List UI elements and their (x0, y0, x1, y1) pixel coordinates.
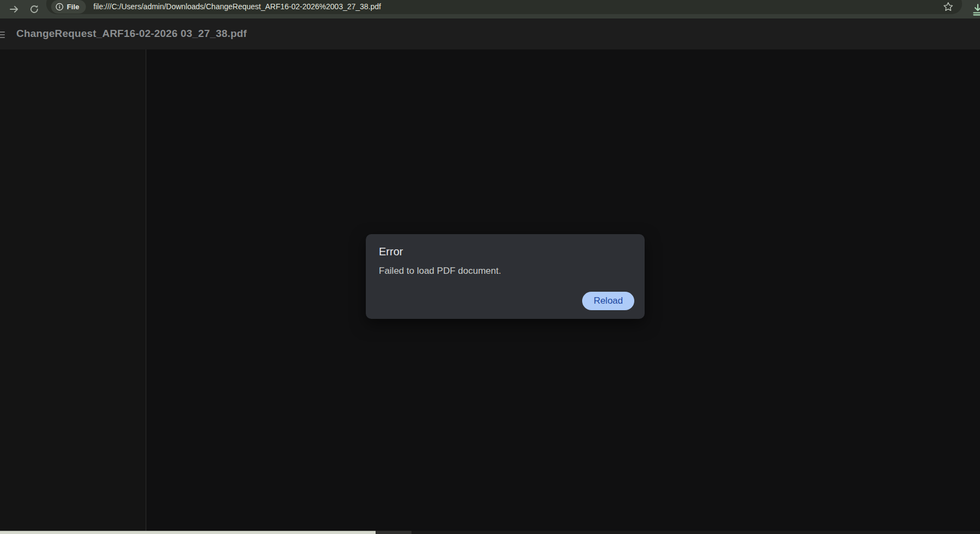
taskbar-edge-mid-segment (376, 531, 411, 534)
pdf-title: ChangeRequest_ARF16-02-2026 03_27_38.pdf (16, 28, 247, 40)
site-info-chip[interactable]: File (51, 0, 86, 14)
screen: File file:///C:/Users/admin/Downloads/Ch… (0, 0, 980, 534)
site-chip-label: File (67, 3, 79, 11)
error-dialog-message: Failed to load PDF document. (379, 265, 632, 278)
url-text[interactable]: file:///C:/Users/admin/Downloads/ChangeR… (93, 2, 943, 11)
info-icon (55, 3, 64, 11)
taskbar-edge-light-segment (0, 531, 376, 534)
reload-icon[interactable] (25, 0, 43, 18)
address-bar[interactable]: File file:///C:/Users/admin/Downloads/Ch… (46, 0, 962, 14)
menu-icon[interactable] (0, 32, 5, 38)
bookmark-star-icon[interactable] (943, 2, 953, 12)
taskbar-edge (0, 531, 980, 534)
pdf-sidebar (0, 49, 146, 531)
error-dialog: Error Failed to load PDF document. Reloa… (366, 234, 645, 319)
browser-toolbar: File file:///C:/Users/admin/Downloads/Ch… (0, 0, 980, 18)
forward-icon[interactable] (5, 0, 23, 18)
error-dialog-title: Error (379, 244, 632, 259)
pdf-content-area: Error Failed to load PDF document. Reloa… (0, 49, 980, 531)
download-icon[interactable] (971, 2, 980, 16)
pdf-toolbar: ChangeRequest_ARF16-02-2026 03_27_38.pdf (0, 18, 980, 49)
reload-button[interactable]: Reload (582, 292, 634, 310)
taskbar-edge-dark-segment (411, 531, 980, 534)
